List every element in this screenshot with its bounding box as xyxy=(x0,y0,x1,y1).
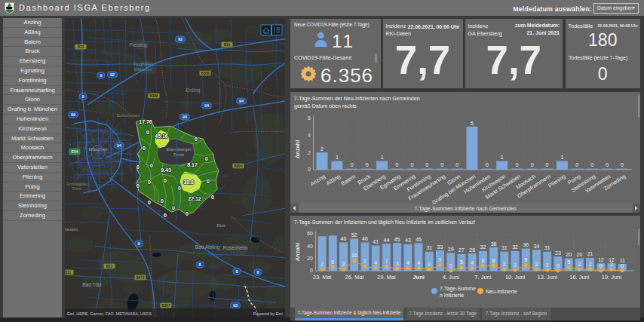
svg-text:B11: B11 xyxy=(65,271,72,274)
svg-text:4: 4 xyxy=(374,260,377,265)
svg-text:0: 0 xyxy=(148,200,151,205)
svg-text:2: 2 xyxy=(320,262,324,267)
svg-text:8: 8 xyxy=(256,270,259,274)
svg-text:11: 11 xyxy=(620,258,625,263)
svg-text:0: 0 xyxy=(143,146,146,151)
svg-text:Baiern: Baiern xyxy=(340,173,357,187)
svg-text:38: 38 xyxy=(491,241,497,247)
svg-text:34: 34 xyxy=(534,244,540,249)
svg-text:B388: B388 xyxy=(150,94,158,98)
svg-text:46: 46 xyxy=(341,236,347,241)
svg-text:8: 8 xyxy=(235,269,238,274)
svg-text:Bad Tölz: Bad Tölz xyxy=(82,282,102,287)
svg-text:E54: E54 xyxy=(72,149,78,154)
svg-text:4: 4 xyxy=(417,260,420,265)
svg-text:2: 2 xyxy=(535,262,538,267)
svg-text:45.16: 45.16 xyxy=(155,133,168,139)
svg-text:0: 0 xyxy=(164,178,167,183)
svg-text:60: 60 xyxy=(307,231,313,236)
svg-text:20: 20 xyxy=(577,252,583,257)
svg-text:0: 0 xyxy=(136,183,140,189)
svg-text:99: 99 xyxy=(71,112,75,117)
svg-text:20: 20 xyxy=(566,252,572,257)
svg-text:20: 20 xyxy=(307,256,313,261)
svg-text:1: 1 xyxy=(336,155,339,160)
svg-text:38.8: 38.8 xyxy=(183,179,194,185)
svg-text:0: 0 xyxy=(455,161,458,167)
svg-text:45: 45 xyxy=(394,237,400,242)
svg-text:92: 92 xyxy=(178,37,182,41)
svg-text:9: 9 xyxy=(439,257,442,262)
svg-text:gemäß Datum oben rechts: gemäß Datum oben rechts xyxy=(294,103,357,109)
svg-text:40: 40 xyxy=(307,244,313,249)
svg-text:0: 0 xyxy=(148,179,151,185)
svg-text:33: 33 xyxy=(437,244,443,250)
svg-text:5: 5 xyxy=(471,120,474,125)
svg-text:7: 7 xyxy=(385,259,388,264)
svg-text:B13: B13 xyxy=(78,45,84,49)
svg-text:2: 2 xyxy=(589,262,592,267)
svg-text:0: 0 xyxy=(178,186,181,191)
svg-text:0: 0 xyxy=(557,263,560,268)
svg-text:0: 0 xyxy=(425,161,428,167)
svg-text:Bad Aibling: Bad Aibling xyxy=(195,244,220,250)
svg-text:94: 94 xyxy=(204,103,210,108)
svg-text:31: 31 xyxy=(501,245,508,250)
svg-text:94: 94 xyxy=(239,99,244,103)
svg-text:17.76: 17.76 xyxy=(139,119,152,124)
svg-text:0: 0 xyxy=(186,211,189,216)
svg-text:12: 12 xyxy=(598,257,604,262)
svg-text:0: 0 xyxy=(440,161,443,167)
svg-text:Erding: Erding xyxy=(186,87,201,94)
svg-text:0: 0 xyxy=(410,161,413,167)
svg-text:23. Mai: 23. Mai xyxy=(313,274,332,281)
svg-text:0: 0 xyxy=(621,263,624,268)
svg-text:München: München xyxy=(89,147,108,152)
svg-text:0: 0 xyxy=(606,161,609,167)
svg-text:3: 3 xyxy=(396,261,399,266)
svg-text:29: 29 xyxy=(448,247,454,252)
svg-text:94: 94 xyxy=(117,143,122,148)
svg-text:8: 8 xyxy=(198,262,201,267)
svg-text:0: 0 xyxy=(308,167,311,172)
svg-text:2: 2 xyxy=(342,262,345,267)
svg-text:1: 1 xyxy=(560,155,563,160)
svg-text:Rott: Rott xyxy=(216,223,225,228)
svg-text:Anzahl: Anzahl xyxy=(294,243,301,262)
svg-text:Ebersberger: Ebersberger xyxy=(166,147,191,152)
svg-text:16. Juni: 16. Juni xyxy=(569,274,590,281)
svg-text:0: 0 xyxy=(449,263,452,268)
svg-text:9.43: 9.43 xyxy=(161,167,171,173)
svg-text:Freising: Freising xyxy=(129,42,147,48)
svg-text:22.12: 22.12 xyxy=(188,196,201,201)
svg-text:0: 0 xyxy=(590,161,593,167)
svg-text:0: 0 xyxy=(531,161,534,167)
svg-text:36: 36 xyxy=(523,242,529,247)
svg-text:hausen: hausen xyxy=(65,227,78,232)
svg-text:0: 0 xyxy=(211,195,214,200)
svg-text:16: 16 xyxy=(351,253,357,258)
svg-text:43: 43 xyxy=(405,238,411,243)
svg-text:B304: B304 xyxy=(235,164,243,168)
svg-text:9: 9 xyxy=(137,241,140,246)
svg-text:Neu-Infizierte: Neu-Infizierte xyxy=(486,289,517,294)
svg-text:B13: B13 xyxy=(106,265,113,268)
svg-text:4: 4 xyxy=(406,260,409,265)
svg-text:23: 23 xyxy=(555,250,561,256)
svg-text:32: 32 xyxy=(512,244,518,250)
svg-text:52: 52 xyxy=(351,232,357,238)
svg-text:29. Mai: 29. Mai xyxy=(377,274,396,281)
svg-text:92: 92 xyxy=(110,72,115,77)
svg-text:6: 6 xyxy=(308,115,311,121)
svg-text:Anzahl: Anzahl xyxy=(294,140,301,158)
svg-text:45: 45 xyxy=(416,237,422,242)
svg-text:Powered by Esri: Powered by Esri xyxy=(253,311,283,316)
svg-text:Forst: Forst xyxy=(173,152,184,157)
svg-text:Esri, HERE, Garmin, FAO, METI/: Esri, HERE, Garmin, FAO, METI/NASA, USGS xyxy=(67,311,152,316)
svg-text:7. Juni: 7. Juni xyxy=(474,274,491,281)
svg-text:0: 0 xyxy=(600,263,603,268)
svg-text:0: 0 xyxy=(146,130,149,135)
svg-text:1: 1 xyxy=(514,262,517,268)
svg-text:0: 0 xyxy=(150,163,153,168)
svg-text:5: 5 xyxy=(567,259,570,265)
